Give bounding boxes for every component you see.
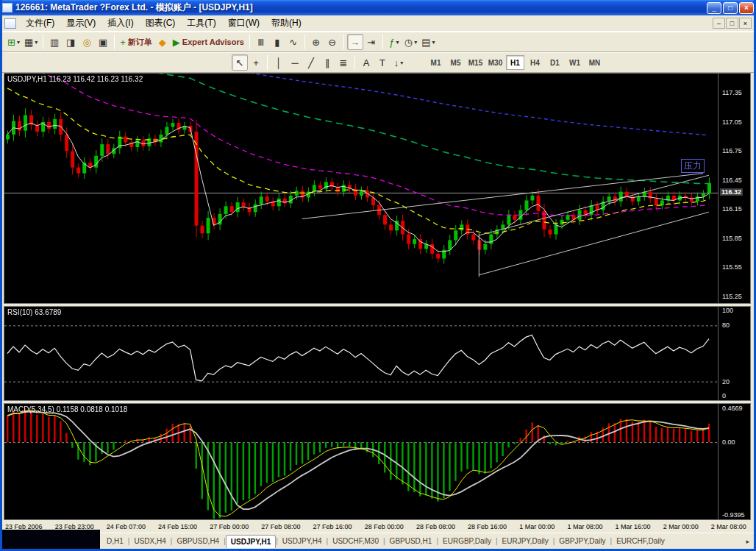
dropdown-arrow-icon[interactable]: ▾ [396, 39, 399, 46]
axis-label: 115.85 [722, 235, 742, 242]
navigator-button[interactable]: ◎ [79, 34, 95, 50]
data-window-button[interactable]: ◨ [63, 34, 79, 50]
indicators-button[interactable]: ƒ▾ [386, 34, 402, 50]
menu-item-4[interactable]: 工具(T) [181, 16, 221, 29]
trendline-button[interactable]: ╱ [303, 54, 319, 71]
timeframe-m1[interactable]: M1 [427, 55, 445, 70]
periods-button[interactable]: ◷▾ [402, 34, 419, 50]
timeframe-w1[interactable]: W1 [566, 55, 584, 70]
time-axis-label: 27 Feb 00:00 [210, 523, 249, 530]
menu-item-2[interactable]: 插入(I) [101, 16, 139, 29]
chart-tab-eurgbp-daily[interactable]: EURGBP,Daily [438, 535, 496, 547]
mdi-close-button[interactable]: × [739, 18, 752, 29]
cursor-button[interactable]: ↖ [232, 54, 248, 71]
rsi-canvas[interactable] [4, 307, 718, 400]
main-chart-canvas[interactable] [4, 74, 718, 303]
dropdown-arrow-icon[interactable]: ▾ [432, 39, 435, 46]
chart-window-icon[interactable] [4, 18, 16, 29]
bar-chart-icon: Ⅲ [257, 38, 264, 47]
expert-advisors-button[interactable]: ▶Expert Advisors [171, 34, 246, 50]
indicators-icon: ƒ [389, 38, 394, 47]
market-watch-button[interactable]: ▥ [46, 34, 63, 50]
line-chart-button[interactable]: ∿ [285, 34, 302, 50]
macd-axis: 0.46690.00-0.9395 [718, 404, 750, 519]
menu-item-6[interactable]: 帮助(H) [265, 16, 307, 29]
new-chart-icon: ⊞ [7, 38, 15, 47]
timeframe-m30[interactable]: M30 [486, 55, 504, 70]
menu-item-3[interactable]: 图表(C) [140, 16, 182, 29]
profiles-button[interactable]: ▦▾ [22, 34, 40, 50]
resistance-label[interactable]: 压力 [681, 159, 705, 173]
zoom-in-icon: ⊕ [312, 38, 320, 47]
zoom-out-button[interactable]: ⊖ [324, 34, 340, 50]
time-axis-label: 1 Mar 00:00 [519, 523, 554, 530]
chart-tabs: D,H1|USDX,H4|GBPUSD,H4|USDJPY,H1|USDJPY,… [102, 535, 669, 548]
timeframe-h1[interactable]: H1 [506, 55, 524, 70]
window-title: 126661: MetaTrader ?Forex Ltd. - 模拟账户 - … [15, 1, 707, 14]
chart-tab-gbpusd-h4[interactable]: GBPUSD,H4 [172, 535, 224, 547]
macd-indicator-label: MACD(5,34,5) 0.1158 0.0818 0.1018 [7, 405, 127, 413]
horizontal-line-button[interactable]: ─ [287, 54, 303, 71]
title-bar[interactable]: 126661: MetaTrader ?Forex Ltd. - 模拟账户 - … [0, 0, 756, 15]
chart-tab-gbpjpy-daily[interactable]: GBPJPY,Daily [554, 535, 610, 547]
mdi-minimize-button[interactable]: – [713, 18, 725, 29]
timeframe-d1[interactable]: D1 [546, 55, 564, 70]
metaeditor-button[interactable]: ◆ [154, 34, 171, 50]
menu-item-1[interactable]: 显示(V) [60, 16, 101, 29]
chart-tab-eurjpy-daily[interactable]: EURJPY,Daily [498, 535, 553, 547]
chart-tab-usdchf-m30[interactable]: USDCHF,M30 [328, 535, 383, 547]
new-chart-button[interactable]: ⊞▾ [5, 34, 22, 50]
chart-tab-gbpusd-h1[interactable]: GBPUSD,H1 [385, 535, 437, 547]
templates-button[interactable]: ▤▾ [419, 34, 437, 50]
dropdown-arrow-icon[interactable]: ▾ [414, 39, 417, 46]
terminal-icon: ▣ [99, 38, 107, 47]
time-axis-label: 24 Feb 15:00 [158, 523, 197, 530]
dropdown-arrow-icon[interactable]: ▾ [35, 39, 38, 46]
standard-toolbar: ⊞▾▦▾▥◨◎▣+新订单◆▶Expert AdvisorsⅢ▮∿⊕⊖→⇥ƒ▾◷▾… [2, 32, 754, 52]
equidistant-channel-button[interactable]: ∥ [319, 54, 335, 71]
chart-tab-usdjpy-h4[interactable]: USDJPY,H4 [278, 535, 327, 547]
dropdown-arrow-icon[interactable]: ▾ [400, 60, 403, 66]
chart-tab-usdjpy-h1[interactable]: USDJPY,H1 [226, 535, 276, 548]
profiles-icon: ▦ [24, 38, 33, 47]
menu-item-0[interactable]: 文件(F) [20, 16, 60, 29]
timeframe-m5[interactable]: M5 [446, 55, 465, 70]
chart-tab-usdx-h4[interactable]: USDX,H4 [129, 535, 170, 547]
minimize-button[interactable]: _ [707, 2, 721, 14]
tab-scroll-right-icon[interactable]: ▸ [746, 538, 754, 545]
timeframe-h4[interactable]: H4 [526, 55, 544, 70]
crosshair-button[interactable]: + [248, 54, 264, 71]
chart-tab-d-h1[interactable]: D,H1 [102, 535, 128, 547]
dropdown-arrow-icon[interactable]: ▾ [17, 39, 20, 46]
time-axis[interactable]: 23 Feb 200623 Feb 23:0024 Feb 07:0024 Fe… [4, 520, 751, 533]
close-button[interactable]: × [739, 2, 754, 14]
main-chart-pane: USDJPY,H1 116.23 116.42 116.23 116.32 压力… [4, 73, 751, 304]
axis-label: 115.55 [722, 263, 742, 271]
axis-label: 117.35 [722, 89, 742, 96]
zoom-in-button[interactable]: ⊕ [308, 34, 324, 50]
vertical-line-button[interactable]: │ [271, 54, 287, 71]
restore-button[interactable]: □ [723, 2, 738, 14]
arrows-button[interactable]: ↓▾ [391, 54, 407, 71]
fibonacci-icon: ≣ [340, 58, 348, 68]
rsi-pane: RSI(10) 63.6789 10080200 [4, 306, 751, 401]
text-button[interactable]: A [358, 54, 374, 71]
bar-chart-button[interactable]: Ⅲ [253, 34, 269, 50]
timeframe-mn[interactable]: MN [585, 55, 604, 70]
chart-shift-button[interactable]: ⇥ [363, 34, 379, 50]
macd-canvas[interactable] [4, 404, 718, 519]
menu-item-5[interactable]: 窗口(W) [222, 16, 265, 29]
new-order-button[interactable]: +新订单 [118, 34, 154, 50]
toolbar-separator [267, 55, 268, 70]
chart-tab-eurchf-daily[interactable]: EURCHF,Daily [612, 535, 669, 547]
terminal-button[interactable]: ▣ [95, 34, 111, 50]
taskbar-remnant [0, 530, 100, 551]
fibonacci-button[interactable]: ≣ [335, 54, 352, 71]
mdi-restore-button[interactable]: □ [726, 18, 738, 29]
candlestick-chart-button[interactable]: ▮ [269, 34, 285, 50]
timeframe-m15[interactable]: M15 [466, 55, 485, 70]
new-order-icon: + [120, 38, 126, 47]
auto-scroll-button[interactable]: → [347, 34, 363, 50]
axis-label: 115.25 [722, 293, 742, 300]
text-label-button[interactable]: T [374, 54, 391, 71]
